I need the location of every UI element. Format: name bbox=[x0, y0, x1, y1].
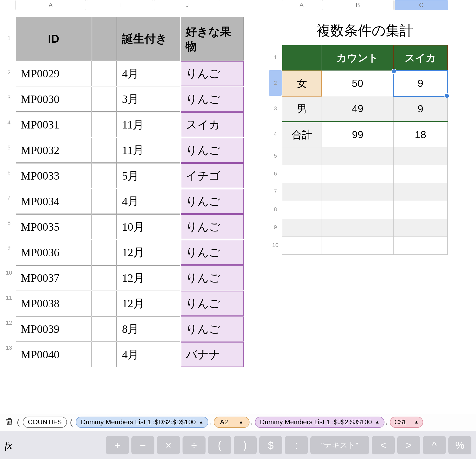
cell-fruit-count[interactable]: 9 bbox=[393, 96, 447, 122]
cell-label[interactable]: 合計 bbox=[282, 122, 322, 147]
cell-fruit[interactable]: りんご bbox=[181, 61, 244, 86]
formula-range-token[interactable]: Dummy Members List 1::$D$2:$D$100▲ bbox=[76, 417, 208, 428]
text-operator-button[interactable]: "テキスト" bbox=[310, 436, 369, 454]
row-header[interactable]: 6 bbox=[269, 165, 282, 183]
cell-fruit[interactable]: スイカ bbox=[181, 112, 244, 137]
row-header[interactable]: 4 bbox=[3, 110, 15, 135]
cell-fruit[interactable]: りんご bbox=[181, 214, 244, 239]
cell-empty[interactable] bbox=[393, 219, 447, 237]
table-row[interactable]: MP00303月りんご bbox=[16, 87, 244, 112]
row-header[interactable]: 3 bbox=[269, 96, 282, 121]
cell-label[interactable]: 女 bbox=[282, 71, 322, 96]
table-row[interactable]: MP00398月りんご bbox=[16, 316, 244, 342]
table-row-empty[interactable] bbox=[282, 147, 447, 165]
cell-narrow[interactable] bbox=[92, 214, 117, 239]
row-header[interactable]: 3 bbox=[3, 85, 15, 110]
formula-function-token[interactable]: COUNTIFS bbox=[23, 417, 67, 428]
table-row[interactable]: MP003211月りんご bbox=[16, 138, 244, 163]
cell-empty[interactable] bbox=[282, 237, 322, 255]
cell-birth[interactable]: 8月 bbox=[117, 316, 180, 342]
table-row[interactable]: MP003510月りんご bbox=[16, 214, 244, 239]
row-header[interactable]: 1 bbox=[269, 45, 282, 70]
table-row[interactable]: 合計9918 bbox=[282, 122, 447, 147]
cell-fruit[interactable]: イチゴ bbox=[181, 163, 244, 188]
row-header[interactable]: 8 bbox=[3, 210, 15, 235]
cell-birth[interactable]: 11月 bbox=[117, 112, 180, 137]
cell-narrow[interactable] bbox=[92, 291, 117, 316]
cell-narrow[interactable] bbox=[92, 138, 117, 163]
cell-empty[interactable] bbox=[393, 165, 447, 183]
formula-input-row[interactable]: ( COUNTIFS ( Dummy Members List 1::$D$2:… bbox=[0, 413, 476, 431]
col-header-B-right[interactable]: B bbox=[322, 0, 394, 10]
header-narrow[interactable] bbox=[92, 17, 117, 61]
cell-birth[interactable]: 3月 bbox=[117, 87, 180, 112]
cell-fruit[interactable]: りんご bbox=[181, 189, 244, 214]
table-row-empty[interactable] bbox=[282, 201, 447, 219]
cell-empty[interactable] bbox=[282, 165, 322, 183]
operator-button[interactable]: ÷ bbox=[183, 436, 206, 454]
cell-birth[interactable]: 4月 bbox=[117, 189, 180, 214]
header-fruit-col[interactable]: スイカ bbox=[393, 45, 447, 71]
cell-id[interactable]: MP0032 bbox=[16, 138, 92, 163]
header-id[interactable]: ID bbox=[16, 17, 92, 61]
table-row[interactable]: MP00335月イチゴ bbox=[16, 163, 244, 188]
row-header[interactable]: 2 bbox=[269, 70, 282, 96]
cell-empty[interactable] bbox=[322, 183, 393, 201]
operator-button[interactable]: % bbox=[448, 436, 471, 454]
table-row-empty[interactable] bbox=[282, 237, 447, 255]
cell-empty[interactable] bbox=[282, 147, 322, 165]
table-row[interactable]: MP003111月スイカ bbox=[16, 112, 244, 137]
formula-range-token[interactable]: A2▲ bbox=[214, 417, 250, 428]
cell-id[interactable]: MP0030 bbox=[16, 87, 92, 112]
table-row[interactable]: MP003612月りんご bbox=[16, 240, 244, 265]
cell-empty[interactable] bbox=[322, 165, 393, 183]
row-header[interactable]: 9 bbox=[269, 218, 282, 236]
col-header-A-right[interactable]: A bbox=[282, 0, 321, 10]
cell-fruit[interactable]: りんご bbox=[181, 138, 244, 163]
trash-icon[interactable] bbox=[5, 417, 14, 427]
cell-narrow[interactable] bbox=[92, 163, 117, 188]
operator-button[interactable]: × bbox=[157, 436, 180, 454]
cell-fruit[interactable]: りんご bbox=[181, 291, 244, 316]
cell-fruit[interactable]: りんご bbox=[181, 265, 244, 290]
operator-button[interactable]: ^ bbox=[423, 436, 446, 454]
cell-empty[interactable] bbox=[282, 219, 322, 237]
formula-range-token[interactable]: C$1▲ bbox=[390, 417, 423, 428]
cell-narrow[interactable] bbox=[92, 87, 117, 112]
cell-empty[interactable] bbox=[393, 237, 447, 255]
cell-fruit[interactable]: りんご bbox=[181, 87, 244, 112]
cell-empty[interactable] bbox=[282, 183, 322, 201]
cell-fruit-count[interactable]: 18 bbox=[393, 122, 447, 147]
table-row[interactable]: MP003812月りんご bbox=[16, 291, 244, 316]
cell-id[interactable]: MP0037 bbox=[16, 265, 92, 290]
table-row-empty[interactable] bbox=[282, 165, 447, 183]
table-row-empty[interactable] bbox=[282, 219, 447, 237]
cell-id[interactable]: MP0034 bbox=[16, 189, 92, 214]
cell-empty[interactable] bbox=[322, 201, 393, 219]
cell-fruit[interactable]: りんご bbox=[181, 316, 244, 342]
cell-narrow[interactable] bbox=[92, 265, 117, 290]
operator-button[interactable]: $ bbox=[259, 436, 282, 454]
cell-id[interactable]: MP0040 bbox=[16, 342, 92, 367]
cell-count[interactable]: 99 bbox=[322, 122, 393, 147]
formula-range-token[interactable]: Dummy Members List 1::$J$2:$J$100▲ bbox=[255, 417, 385, 428]
cell-fruit[interactable]: りんご bbox=[181, 240, 244, 265]
cell-id[interactable]: MP0035 bbox=[16, 214, 92, 239]
cell-id[interactable]: MP0029 bbox=[16, 61, 92, 86]
cell-id[interactable]: MP0031 bbox=[16, 112, 92, 137]
operator-button[interactable]: : bbox=[285, 436, 308, 454]
row-header[interactable]: 10 bbox=[3, 260, 15, 285]
cell-birth[interactable]: 4月 bbox=[117, 342, 180, 367]
table-row-empty[interactable] bbox=[282, 183, 447, 201]
left-data-table[interactable]: ID 誕生付き 好きな果物 MP00294月りんごMP00303月りんごMP00… bbox=[15, 17, 244, 368]
table-row[interactable]: 女509 bbox=[282, 71, 447, 96]
col-header-C-right[interactable]: C bbox=[394, 0, 448, 10]
right-data-table[interactable]: カウント スイカ 女509男499合計9918 bbox=[282, 45, 448, 255]
operator-button[interactable]: + bbox=[106, 436, 129, 454]
cell-fruit[interactable]: バナナ bbox=[181, 342, 244, 367]
cell-birth[interactable]: 12月 bbox=[117, 240, 180, 265]
cell-birth[interactable]: 4月 bbox=[117, 61, 180, 86]
cell-empty[interactable] bbox=[322, 147, 393, 165]
cell-birth[interactable]: 12月 bbox=[117, 265, 180, 290]
cell-narrow[interactable] bbox=[92, 61, 117, 86]
